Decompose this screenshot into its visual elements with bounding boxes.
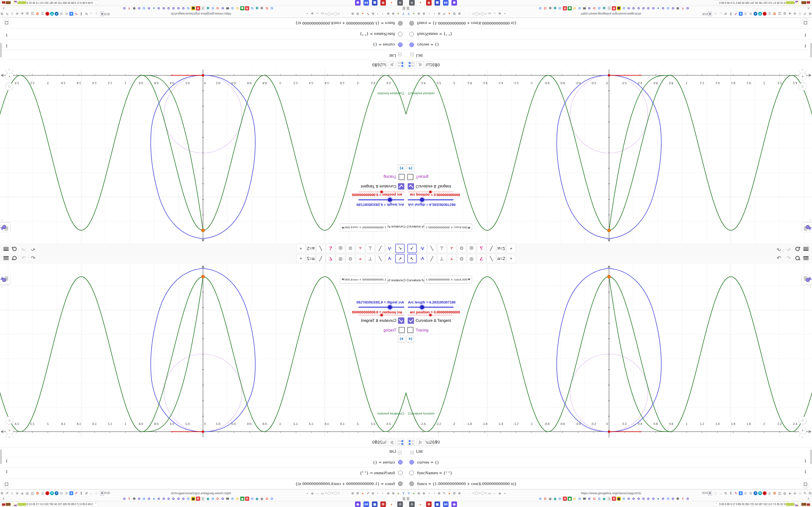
system-monitor-widget[interactable]: ⌃ 0.06 0.00 0.17 0.89 20 263 721 34 187 … (1, 0, 98, 5)
tab-favicon[interactable]: ◉ (602, 497, 606, 501)
extension-icon[interactable]: ◍ (782, 12, 787, 16)
taskbar-app-icon[interactable]: ◕ (418, 0, 423, 6)
extension-icon[interactable]: ◈ (788, 12, 792, 16)
nav-icon[interactable]: ▪ (503, 491, 507, 495)
function-dropdown[interactable]: 1.000000000000 + cos(4.000000000000 x) (424, 224, 472, 231)
tab-favicon[interactable]: ✿ (137, 6, 141, 10)
tab-favicon[interactable]: ✿ (147, 497, 151, 501)
fullscreen-button[interactable] (802, 19, 809, 26)
nav-icon[interactable]: ◔ (381, 12, 385, 16)
nav-icon[interactable]: ◔ (381, 491, 385, 495)
algebra-tree-view-button[interactable] (407, 61, 415, 68)
nav-icon[interactable]: ◕ (361, 491, 365, 495)
nav-icon[interactable]: ⊕ (457, 12, 462, 16)
toolbar-tool-button[interactable]: + (296, 254, 305, 263)
tab-favicon[interactable]: ✿ (166, 6, 170, 10)
tab-favicon[interactable]: G (577, 497, 582, 501)
tracing-checkbox[interactable] (407, 174, 413, 180)
tracing-checkbox[interactable] (407, 327, 413, 333)
nav-icon[interactable]: ✎ (442, 12, 446, 16)
nav-icon[interactable]: ← (315, 491, 319, 495)
extension-icon[interactable]: ☆ (713, 12, 718, 16)
tab-favicon[interactable]: G (592, 497, 597, 501)
undo-button[interactable]: ↶ (30, 246, 36, 252)
tab-favicon[interactable]: ⚙ (676, 6, 680, 10)
nav-icon[interactable]: ▫ (462, 491, 467, 495)
curvature-tangent-checkbox[interactable] (408, 183, 414, 189)
extension-icon[interactable]: ↻ (84, 491, 89, 495)
nav-icon[interactable]: ⊕ (391, 12, 395, 16)
scroll-up-arrow-icon[interactable]: ⌃ (0, 218, 3, 221)
taskbar-app-icon[interactable]: ▣ (435, 501, 440, 507)
url-text[interactable]: https://www.geogebra.org/classic/aagcxh3… (168, 12, 231, 16)
tab-favicon[interactable]: G (270, 6, 274, 10)
algebra-tree-view-button[interactable] (397, 439, 405, 446)
toolbar-tool-button[interactable]: ╲ (487, 254, 496, 263)
extension-icon[interactable]: ◍ (782, 491, 787, 495)
tab-favicon[interactable]: G (543, 497, 547, 501)
nav-icon[interactable]: ⊕ (350, 491, 355, 495)
tab-favicon[interactable]: ◆ (568, 6, 572, 10)
toolbar-tool-button[interactable]: ∠ (477, 244, 486, 253)
visibility-marble[interactable] (398, 32, 403, 37)
taskbar-app-icon[interactable]: 64 (443, 0, 449, 6)
nav-icon[interactable] (472, 492, 474, 494)
tab-favicon[interactable]: G (270, 497, 274, 501)
extension-icon[interactable]: ◍ (25, 12, 30, 16)
nav-icon[interactable]: ◔ (432, 12, 436, 16)
tab-favicon[interactable]: Я (245, 6, 249, 10)
extension-icon[interactable]: ● (45, 12, 49, 16)
menu-icon[interactable] (3, 256, 9, 260)
nav-icon[interactable]: ⊕ (391, 491, 395, 495)
tab-favicon[interactable]: ◉ (553, 6, 557, 10)
taskbar-app-icon[interactable]: ⚙ (380, 501, 386, 507)
extension-icon[interactable]: ⚙ (808, 12, 812, 16)
curvature-point[interactable] (608, 275, 611, 278)
translate-badge-icon[interactable]: A (100, 491, 104, 496)
extension-icon[interactable]: ↧ (79, 491, 83, 495)
tab-favicon[interactable]: ▦ (617, 6, 621, 10)
tab-favicon[interactable]: ✿ (137, 497, 141, 501)
menu-icon[interactable] (803, 247, 809, 251)
extension-icon[interactable]: ⚙ (808, 491, 812, 495)
extension-icon[interactable]: ◫ (777, 12, 782, 16)
tab-favicon[interactable]: G (597, 497, 601, 501)
extension-icon[interactable]: ▼ (758, 491, 762, 495)
home-button[interactable]: ⌂ (6, 83, 13, 91)
tab-favicon[interactable]: ● (152, 497, 156, 501)
tab-favicon[interactable]: G (236, 6, 240, 10)
tab-favicon[interactable]: ✿ (157, 6, 161, 10)
nav-icon[interactable] (328, 492, 331, 495)
toolbar-tool-button[interactable]: + (507, 254, 516, 263)
redo-button[interactable]: ↷ (785, 255, 792, 261)
extension-icon[interactable]: ↻ (723, 12, 728, 16)
algebra-row[interactable]: funcs = {1.000000000000 + cos(4.00000000… (406, 478, 812, 489)
extension-icon[interactable]: 0 (743, 12, 748, 16)
tab-favicon[interactable]: ◉ (206, 6, 210, 10)
zoom-in-button[interactable]: + (799, 72, 806, 80)
tab-favicon[interactable]: ◉ (206, 497, 210, 501)
monitor-chevron-icon[interactable]: ⌃ (95, 2, 97, 5)
visibility-marble[interactable] (398, 43, 403, 47)
toolbar-tool-button[interactable]: a=2 (497, 244, 506, 253)
fullscreen-button[interactable] (3, 481, 10, 488)
url-text[interactable]: https://www.geogebra.org/classic/aagcxh3… (581, 491, 644, 495)
visibility-marble[interactable] (409, 21, 414, 25)
tab-favicon[interactable]: ⚙ (132, 497, 136, 501)
tab-favicon[interactable]: G (622, 497, 626, 501)
system-monitor-widget[interactable]: ⌃ 0.06 0.00 0.17 0.89 20 263 721 34 187 … (1, 502, 98, 507)
tab-favicon[interactable]: ✿ (587, 6, 591, 10)
stylebar-toggle-button[interactable] (802, 275, 812, 284)
zoom-level-badge[interactable]: 81% (702, 491, 708, 495)
tab-favicon[interactable]: ✿ (162, 6, 166, 10)
tab-favicon[interactable]: G (186, 6, 190, 10)
play-pause-button[interactable] (407, 335, 414, 342)
taskbar-app-icon[interactable]: ▣ (372, 0, 377, 6)
tab-favicon[interactable]: f (127, 6, 131, 10)
extension-icon[interactable]: ♧ (10, 491, 14, 495)
algebra-row[interactable]: funcs = {1.000000000000 + cos(4.00000000… (0, 18, 406, 29)
url-text[interactable]: https://www.geogebra.org/classic/aagcxh3… (168, 491, 231, 495)
algebra-fx-button[interactable]: fx (388, 439, 396, 446)
home-button[interactable]: ⌂ (799, 83, 806, 91)
arc-length-slider[interactable] (358, 199, 404, 201)
